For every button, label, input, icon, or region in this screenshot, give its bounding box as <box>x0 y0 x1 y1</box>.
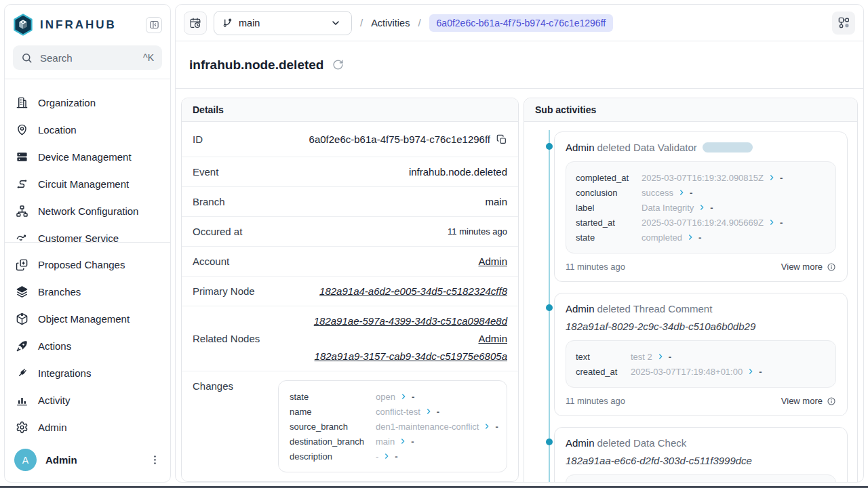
change-arrow-icon <box>698 204 705 211</box>
sidebar-item-network-configuration[interactable]: Network Configuration <box>5 197 170 224</box>
change-arrow-icon <box>747 368 754 375</box>
detail-row-branch: Branch main <box>182 187 518 217</box>
change-arrow-icon <box>678 189 685 196</box>
brand-name: INFRAHUB <box>40 18 117 32</box>
change-arrow-icon <box>768 219 775 226</box>
sidebar-item-label: Circuit Management <box>38 178 129 190</box>
time-travel-button[interactable] <box>184 12 207 35</box>
sidebar-item-proposed-changes[interactable]: Proposed Changes <box>5 251 170 278</box>
logo-row: INFRAHUB <box>5 5 170 43</box>
search-icon <box>21 52 33 64</box>
related-node-link[interactable]: 182a91ae-597a-4399-34d3-c51ca0984e8d <box>314 315 507 327</box>
sidebar-item-device-management[interactable]: Device Management <box>5 143 170 170</box>
info-icon <box>827 262 836 272</box>
sidebar-item-object-management[interactable]: Object Management <box>5 305 170 332</box>
copy-id-button[interactable] <box>496 134 507 145</box>
sidebar-item-label: Network Configuration <box>38 205 138 217</box>
breadcrumb-activity-id[interactable]: 6a0f2e6c-b61a-4f75-b974-c76c1e1296ff <box>429 14 614 32</box>
sidebar: INFRAHUB Search ^K Organization Location… <box>4 4 171 483</box>
change-arrow-icon <box>399 438 406 445</box>
chevron-down-icon <box>323 18 351 28</box>
sidebar-item-label: Organization <box>38 97 96 108</box>
view-more-link[interactable]: View more <box>781 396 836 406</box>
detail-label: Changes <box>193 380 233 392</box>
map-pin-icon <box>16 123 28 136</box>
detail-row-changes: Changes state open - name conflict-test <box>182 371 518 481</box>
sidebar-collapse-button[interactable] <box>146 17 162 33</box>
field-old-value: success <box>642 188 673 198</box>
change-row: source_branch den1-maintenance-conflict … <box>290 419 496 434</box>
fields-box: text test 2 - created_at 2025-03-07T17:1… <box>566 340 836 388</box>
branch-selector[interactable]: main <box>214 11 352 35</box>
change-key: name <box>290 407 371 417</box>
cable-icon <box>16 178 28 190</box>
change-arrow-icon <box>484 423 490 430</box>
detail-label: Event <box>193 166 218 178</box>
sidebar-item-branches[interactable]: Branches <box>5 278 170 305</box>
primary-node-link[interactable]: 182a91a4-a6d2-e005-34d5-c5182324cff8 <box>319 285 507 297</box>
sub-activity-title: Admindeleted Thread Comment <box>566 303 836 314</box>
detail-row-occured-at: Occured at 11 minutes ago <box>182 217 518 247</box>
sidebar-item-admin[interactable]: Admin <box>5 413 170 441</box>
field-row: text test 2 - <box>576 349 826 364</box>
sidebar-item-activity[interactable]: Activity <box>5 386 170 413</box>
sidebar-item-circuit-management[interactable]: Circuit Management <box>5 170 170 197</box>
schema-graph-button[interactable] <box>832 12 855 35</box>
breadcrumb-activities-link[interactable]: Activities <box>371 18 410 28</box>
card-footer: 11 minutes ago View more <box>566 396 836 406</box>
sidebar-item-customer-service[interactable]: Customer Service <box>5 224 170 242</box>
change-key: destination_branch <box>290 436 371 447</box>
fields-box: message - - keep_branch - - <box>566 474 836 482</box>
sidebar-item-location[interactable]: Location <box>5 116 170 143</box>
sidebar-item-label: Device Management <box>38 151 132 163</box>
details-panel: Details ID 6a0f2e6c-b61a-4f75-b974-c76c1… <box>181 98 519 482</box>
timeline-dot <box>546 439 553 445</box>
workflow-graph-icon <box>837 16 850 29</box>
main-panel: main / Activities / 6a0f2e6c-b61a-4f75-b… <box>175 4 864 483</box>
info-icon <box>827 396 836 406</box>
detail-row-id: ID 6a0f2e6c-b61a-4f75-b974-c76c1e1296ff <box>182 122 518 157</box>
kebab-menu-icon[interactable] <box>149 454 161 466</box>
change-row: destination_branch main - <box>290 434 496 449</box>
refresh-icon <box>332 59 344 70</box>
content-area: Details ID 6a0f2e6c-b61a-4f75-b974-c76c1… <box>176 89 863 482</box>
detail-label: Account <box>193 256 229 267</box>
search-input[interactable]: Search ^K <box>13 45 162 70</box>
page-title: infrahub.node.deleted <box>189 58 323 73</box>
search-placeholder: Search <box>40 52 73 64</box>
field-key: label <box>576 203 637 213</box>
user-name: Admin <box>45 454 77 466</box>
changes-box: state open - name conflict-test - <box>278 380 507 472</box>
search-shortcut: ^K <box>143 52 154 63</box>
layers-icon <box>16 285 28 298</box>
change-row: state open - <box>290 389 496 404</box>
user-menu[interactable]: A Admin <box>5 441 170 482</box>
field-old-value: test 2 <box>631 352 652 362</box>
change-arrow-icon <box>383 453 390 460</box>
sidebar-item-actions[interactable]: Actions <box>5 332 170 359</box>
node-id: 182a91aa-e6c6-d2fd-303d-c511f3999dce <box>566 455 836 466</box>
field-key: conclusion <box>576 188 637 198</box>
gear-icon <box>16 421 28 434</box>
change-old-value: conflict-test <box>376 407 420 417</box>
related-node-link[interactable]: 182a91a9-3157-cab9-34dc-c51975e6805a <box>315 350 507 362</box>
field-row: state completed - <box>576 230 826 245</box>
actor-name: Admin <box>566 303 595 314</box>
sub-activities-title: Sub activities <box>524 98 857 122</box>
sidebar-item-organization[interactable]: Organization <box>5 89 170 116</box>
loading-skeleton <box>703 142 753 152</box>
server-icon <box>16 150 28 163</box>
view-more-link[interactable]: View more <box>781 262 836 272</box>
refresh-button[interactable] <box>332 59 344 70</box>
account-link[interactable]: Admin <box>478 256 507 267</box>
change-new-value: - <box>411 436 414 447</box>
timeline-dot <box>546 143 553 150</box>
node-id: 182a91af-8029-2c9c-34db-c510a6b0db29 <box>566 321 836 332</box>
related-node-link[interactable]: Admin <box>478 333 507 344</box>
field-new-value: - <box>759 367 762 377</box>
field-old-value: Data Integrity <box>642 203 694 213</box>
change-key: source_branch <box>290 422 371 432</box>
timeline-dot <box>546 304 553 311</box>
sub-activities-panel: Sub activities Admindeleted Data Validat… <box>524 98 858 482</box>
sidebar-item-integrations[interactable]: Integrations <box>5 359 170 386</box>
